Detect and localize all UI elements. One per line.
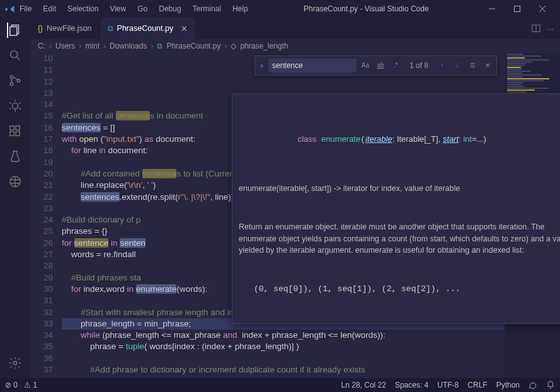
find-count: 1 of 8 — [409, 60, 428, 71]
editor-area: {}NewFile.json⧉PhraseCount.py✕ ··· C:›Us… — [30, 18, 560, 378]
warnings-count[interactable]: ⚠ 1 — [24, 381, 37, 389]
search-icon[interactable] — [8, 48, 23, 63]
titlebar: FileEditSelectionViewGoDebugTerminalHelp… — [0, 0, 560, 18]
svg-line-13 — [9, 103, 11, 104]
cursor-position[interactable]: Ln 28, Col 22 — [341, 381, 386, 389]
explorer-icon[interactable] — [7, 23, 22, 38]
indentation[interactable]: Spaces: 4 — [395, 381, 428, 389]
menu-go[interactable]: Go — [132, 2, 152, 16]
svg-point-8 — [10, 76, 13, 79]
eol[interactable]: CRLF — [467, 381, 487, 389]
find-prev-icon[interactable]: ↑ — [436, 59, 449, 72]
code-content[interactable]: #Get list of all sentences in documentse… — [62, 53, 560, 378]
match-case-button[interactable]: Aa — [359, 59, 372, 72]
debug-icon[interactable] — [8, 98, 23, 113]
svg-line-7 — [17, 57, 20, 61]
settings-gear-icon[interactable] — [8, 355, 23, 371]
errors-count[interactable]: ⊘ 0 — [5, 381, 18, 389]
code-line[interactable]: phrases[phrase] = phrases.get(phrase, 0)… — [62, 376, 560, 378]
breadcrumb-part[interactable]: Downloads — [110, 42, 147, 50]
menu-edit[interactable]: Edit — [38, 2, 61, 16]
chevron-right-icon: › — [49, 42, 52, 50]
regex-button[interactable]: .* — [389, 59, 402, 72]
find-close-icon[interactable]: ✕ — [481, 59, 494, 72]
editor-body[interactable]: 1011121314151617181920212223242526272829… — [30, 53, 560, 378]
tabs-bar: {}NewFile.json⧉PhraseCount.py✕ ··· — [30, 18, 560, 39]
line-gutter: 1011121314151617181920212223242526272829… — [30, 53, 62, 378]
menu-selection[interactable]: Selection — [62, 2, 103, 16]
svg-line-16 — [19, 108, 21, 110]
testing-icon[interactable] — [8, 149, 23, 164]
notifications-icon[interactable] — [546, 381, 555, 389]
code-line[interactable]: phrase = tuple( words[index : (index + p… — [62, 341, 560, 352]
chevron-right-icon: › — [79, 42, 81, 50]
svg-rect-19 — [10, 132, 14, 135]
breadcrumb-part[interactable]: PhraseCount.py — [166, 42, 220, 50]
minimize-button[interactable] — [479, 0, 505, 18]
file-icon: {} — [38, 24, 43, 33]
find-in-selection-icon[interactable]: ☰ — [466, 59, 479, 72]
window-controls — [479, 0, 555, 18]
tooltip-summary: enumerate(iterable[, start]) -> iterator… — [239, 183, 560, 194]
window-title: PhraseCount.py - Visual Studio Code — [253, 4, 479, 13]
svg-rect-18 — [10, 126, 14, 130]
signature-help: class enumerate(iterable: Iterable[_T], … — [232, 93, 560, 324]
tab-label: NewFile.json — [47, 24, 92, 33]
symbol-icon: ◇ — [231, 42, 236, 50]
find-widget: › Aa ab .* 1 of 8 ↑ ↓ ☰ ✕ — [254, 55, 497, 76]
code-line[interactable]: #Add phrase to dictionary or increment d… — [62, 364, 560, 376]
statusbar: ⊘ 0 ⚠ 1 Ln 28, Col 22 Spaces: 4 UTF-8 CR… — [0, 378, 560, 392]
find-input[interactable] — [268, 59, 357, 72]
find-expand-icon[interactable]: › — [258, 60, 266, 71]
breadcrumb-part[interactable]: C: — [38, 42, 45, 50]
encoding[interactable]: UTF-8 — [437, 381, 459, 389]
file-icon: ⧉ — [108, 24, 113, 33]
tab-phrasecount-py[interactable]: ⧉PhraseCount.py✕ — [100, 18, 197, 39]
file-icon: ⧉ — [157, 42, 163, 50]
close-button[interactable] — [530, 0, 555, 18]
menu-terminal[interactable]: Terminal — [188, 2, 226, 16]
activity-bar — [0, 18, 30, 378]
svg-point-6 — [11, 51, 18, 58]
tooltip-signature: class enumerate(iterable: Iterable[_T], … — [239, 122, 560, 158]
tab-label: PhraseCount.py — [117, 24, 174, 33]
breadcrumb-part[interactable]: Users — [55, 42, 75, 50]
svg-point-10 — [17, 79, 20, 83]
extensions-icon[interactable] — [8, 124, 23, 139]
menu-debug[interactable]: Debug — [154, 2, 186, 16]
breadcrumb-part[interactable]: mint — [85, 42, 100, 50]
breadcrumb[interactable]: C:›Users›mint›Downloads›⧉ PhraseCount.py… — [30, 39, 560, 53]
chevron-right-icon: › — [103, 42, 106, 50]
svg-line-14 — [19, 103, 21, 104]
menu-bar: FileEditSelectionViewGoDebugTerminalHelp — [14, 2, 253, 16]
language-mode[interactable]: Python — [496, 381, 520, 389]
code-line[interactable]: while (phrase_length <= max_phrase and i… — [62, 330, 560, 341]
svg-rect-5 — [10, 27, 17, 36]
chevron-right-icon: › — [224, 42, 227, 50]
match-word-button[interactable]: ab — [374, 59, 387, 72]
svg-rect-1 — [515, 6, 520, 12]
breadcrumb-part[interactable]: phrase_length — [240, 42, 288, 50]
code-line[interactable] — [62, 353, 560, 364]
menu-file[interactable]: File — [14, 2, 37, 16]
svg-point-24 — [13, 361, 17, 365]
svg-rect-20 — [16, 132, 20, 135]
more-actions-icon[interactable]: ··· — [547, 24, 554, 33]
svg-rect-21 — [16, 126, 20, 130]
svg-point-9 — [10, 83, 13, 86]
remote-icon[interactable] — [8, 174, 23, 189]
source-control-icon[interactable] — [8, 73, 23, 88]
feedback-icon[interactable] — [529, 381, 537, 389]
tooltip-example: (0, seq[0]), (1, seq[1]), (2, seq[2]), .… — [254, 284, 560, 295]
split-editor-icon[interactable] — [532, 24, 540, 33]
chevron-right-icon: › — [151, 42, 153, 50]
tab-newfile-json[interactable]: {}NewFile.json — [30, 18, 100, 39]
menu-view[interactable]: View — [105, 2, 131, 16]
tab-close-icon[interactable]: ✕ — [181, 24, 188, 33]
find-next-icon[interactable]: ↓ — [451, 59, 464, 72]
maximize-button[interactable] — [505, 0, 530, 18]
menu-help[interactable]: Help — [227, 2, 253, 16]
svg-line-15 — [9, 108, 11, 110]
app-icon — [5, 4, 14, 14]
svg-point-11 — [12, 103, 18, 108]
